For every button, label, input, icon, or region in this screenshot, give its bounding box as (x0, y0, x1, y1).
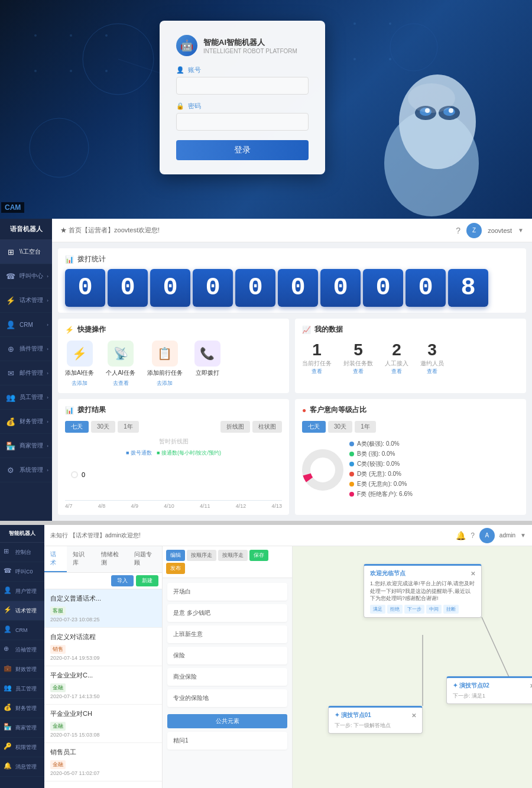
line-chart-btn[interactable]: 折线图 (220, 421, 250, 433)
data-num-3: 3 邀约人员 查看 (420, 341, 444, 375)
call-list: 自定义普通话术... 客服 2020-07-23 10:08:25 自定义对话流… (44, 589, 162, 788)
help-icon[interactable]: ? (456, 226, 460, 235)
save-btn2[interactable]: 保存 (249, 550, 268, 561)
flow-btn-next[interactable]: 下一步 (404, 605, 424, 614)
dialog-item-7[interactable]: 精问1 (167, 732, 287, 750)
sidebar1-item-8[interactable]: 🏪 商家管理 › (0, 434, 52, 458)
flow-node-close-3[interactable]: ✕ (411, 712, 416, 719)
new-button[interactable]: 新建 (136, 575, 158, 586)
flow-node-3[interactable]: ✦ 演技节点01 ✕ 下一步: 下一级解答地点 (328, 706, 423, 734)
bell-icon[interactable]: 🔔 (456, 531, 466, 540)
sidebar2-item-5[interactable]: ⊕ 沿袖管理 (0, 640, 44, 660)
user-dropdown-icon2[interactable]: ▼ (520, 532, 526, 539)
sidebar2-item-11[interactable]: 🔔 消息管理 (0, 757, 44, 777)
sidebar1-item-5[interactable]: ✉ 邮件管理 › (0, 361, 52, 385)
password-label: 🔒密码 (176, 102, 309, 111)
quick-op-link-2[interactable]: 去添加 (157, 380, 173, 387)
sidebar2-item-4[interactable]: 👤 CRM (0, 621, 44, 640)
data-link-2[interactable]: 查看 (391, 368, 402, 375)
order-btn1[interactable]: 按顺序走 (187, 550, 216, 561)
password-input[interactable] (176, 113, 309, 131)
legend-dot-5 (349, 492, 354, 497)
flow-btn-satisfied[interactable]: 满足 (370, 605, 385, 614)
cust-tab-1[interactable]: 30天 (328, 421, 352, 433)
import-button[interactable]: 导入 (111, 575, 134, 586)
call-item-0[interactable]: 自定义普通话术... 客服 2020-07-23 10:08:25 (44, 589, 162, 628)
sidebar2-item-6[interactable]: 💼 财效管理 (0, 660, 44, 679)
dial-tab-0[interactable]: 七天 (65, 421, 89, 433)
data-link-0[interactable]: 查看 (312, 368, 322, 375)
cust-tab-2[interactable]: 1年 (355, 421, 376, 433)
call-item-2[interactable]: 平金业业对C... 金融 2020-07-17 14:13:50 (44, 666, 162, 705)
quick-op-1[interactable]: 📡 个人AI任务 去查看 (106, 341, 135, 387)
login-button[interactable]: 登录 (176, 140, 309, 160)
dialog-item-0[interactable]: 开场白 (167, 583, 287, 601)
publish-btn[interactable]: 发布 (166, 563, 185, 574)
data-link-1[interactable]: 查看 (353, 368, 364, 375)
username-input[interactable] (176, 77, 309, 95)
tab2-1[interactable]: 知识库 (67, 546, 95, 572)
quick-op-link-1[interactable]: 去查看 (113, 380, 129, 387)
quick-op-3[interactable]: 📞 立即拨打 (194, 341, 220, 387)
tab2-0[interactable]: 话术 (44, 546, 67, 572)
flow-btn-middle[interactable]: 中间 (426, 605, 442, 614)
sidebar2-item-3[interactable]: ⚡ 话术管理 (0, 601, 44, 621)
sidebar1-item-7[interactable]: 💰 财务管理 › (0, 410, 52, 434)
public-element-btn[interactable]: 公共元素 (167, 714, 287, 728)
content2: 话术 知识库 情绪检测 问题专顾 导入 新建 自定义普通话术... 客服 202… (44, 546, 532, 788)
sidebar1-item-0[interactable]: ⊞ \\工空台 (0, 240, 52, 264)
sidebar2-item-2[interactable]: 👤 用户管理 (0, 582, 44, 601)
sidebar2-item-8[interactable]: 💰 财务管理 (0, 699, 44, 718)
arrow-icon8: › (47, 443, 48, 449)
sidebar2-item-7[interactable]: 👥 员工管理 (0, 679, 44, 699)
data-num-2: 2 人工接入 查看 (385, 341, 408, 375)
dialog-item-1[interactable]: 是意 多少钱吧 (167, 604, 287, 622)
sidebar2-item-9[interactable]: 🏪 商家管理 (0, 718, 44, 738)
dialog-item-3[interactable]: 保险 (167, 647, 287, 664)
flow-btn-reject[interactable]: 拒绝 (387, 605, 403, 614)
edit-btn[interactable]: 编辑 (166, 550, 185, 561)
flow-btn-hang[interactable]: 挂断 (443, 605, 459, 614)
sidebar2-item-0[interactable]: ⊞ 控制台 (0, 543, 44, 562)
plugin-icon: ⊕ (5, 343, 17, 355)
call-item-3[interactable]: 平金业业对CH 金融 2020-07-15 15:03:08 (44, 705, 162, 743)
dialog-item-4[interactable]: 商业保险 (167, 668, 287, 686)
email-icon: ✉ (5, 367, 17, 379)
user-dropdown-icon[interactable]: ▼ (518, 227, 524, 234)
tab2-2[interactable]: 情绪检测 (95, 546, 129, 572)
flow-node-close-1[interactable]: ✕ (471, 570, 475, 577)
help-icon2[interactable]: ? (471, 531, 475, 540)
quick-op-0[interactable]: ⚡ 添加AI任务 去添加 (65, 341, 94, 387)
sidebar1-item-6[interactable]: 👥 员工管理 › (0, 385, 52, 410)
quick-op-link-0[interactable]: 去添加 (72, 380, 87, 387)
quick-op-2[interactable]: 📋 添加前行任务 去添加 (147, 341, 183, 387)
sidebar1-item-3[interactable]: 👤 CRM › (0, 313, 52, 337)
my-data-panel: 📈 我的数据 1 当前打任务 查看 5 封装任务数 查看 (295, 319, 526, 393)
flow-node-close-2[interactable]: ✕ (530, 683, 532, 689)
dialog-item-2[interactable]: 上班新生意 (167, 625, 287, 643)
call-item-1[interactable]: 自定义对话流程 销售 2020-07-14 19:53:09 (44, 628, 162, 666)
call-item-4[interactable]: 销售员工 金融 2020-05-07 11:02:07 (44, 743, 162, 781)
dial-tab-2[interactable]: 1年 (118, 421, 139, 433)
dial-chart-panel: 📊 拨打结果 七天 30天 1年 折线图 柱状图 暂时折线图 ■ 拨号通数 (58, 399, 289, 515)
flow-node-2[interactable]: ✦ 演技节点02 ✕ 下一步: 满足1 (446, 676, 532, 704)
bar-chart-btn[interactable]: 柱状图 (252, 421, 282, 433)
legend-dot-0 (349, 442, 354, 446)
legend-5: F类 (拒绝客户): 6.6% (349, 490, 413, 498)
cust-tab-0[interactable]: 七天 (302, 421, 326, 433)
sidebar1-item-9[interactable]: ⚙ 系统管理 › (0, 458, 52, 482)
dialog-item-5[interactable]: 专业的保险地 (167, 689, 287, 707)
dashboard1-section: 语音机器人 ⊞ \\工空台 ☎ 呼叫中心 › ⚡ 话术管理 › 👤 CRM › … (0, 219, 532, 521)
sidebar2-item-10[interactable]: 🔑 权限管理 (0, 738, 44, 757)
sidebar1-item-4[interactable]: ⊕ 插件管理 › (0, 337, 52, 361)
tab2-3[interactable]: 问题专顾 (128, 546, 162, 572)
data-link-3[interactable]: 查看 (427, 368, 437, 375)
flow-node-1[interactable]: 欢迎光临节点 ✕ 1.您好,欢迎完成这单!平台上的订单,请您及时处理一下好吗?我… (364, 564, 482, 618)
two-col-row: ⚡ 快捷操作 ⚡ 添加AI任务 去添加 📡 个人AI任务 去查看 (58, 319, 526, 393)
sidebar1-item-1[interactable]: ☎ 呼叫中心 › (0, 264, 52, 288)
dial-tab-1[interactable]: 30天 (91, 421, 115, 433)
sidebar1-item-2[interactable]: ⚡ 话术管理 › (0, 288, 52, 313)
order-btn2[interactable]: 按顺序走 (218, 550, 248, 561)
digit-0: 0 (65, 269, 105, 307)
sidebar2-item-1[interactable]: ☎ 呼叫C0 (0, 562, 44, 582)
